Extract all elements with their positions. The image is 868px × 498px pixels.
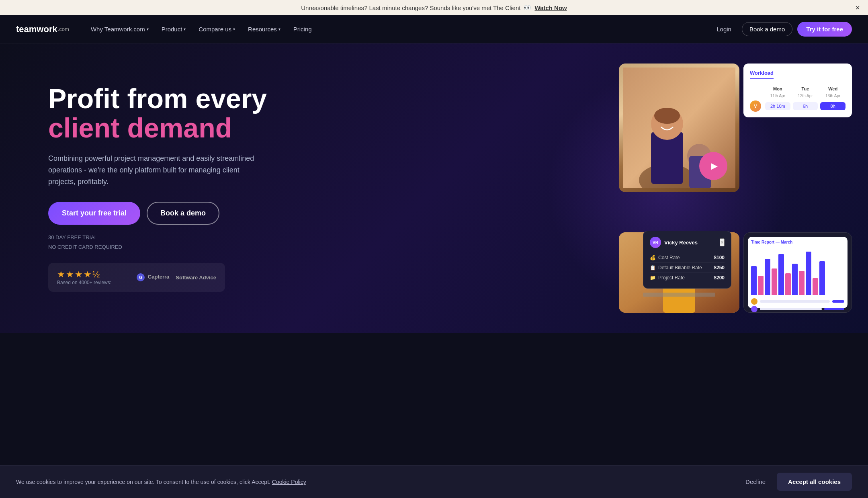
user-avatar-small bbox=[751, 298, 757, 305]
nav-resources[interactable]: Resources ▾ bbox=[242, 23, 286, 36]
nav-links: Why Teamwork.com ▾ Product ▾ Compare us … bbox=[85, 23, 711, 36]
hero-title-line1: Profit from every bbox=[48, 83, 267, 114]
chart-bar bbox=[785, 273, 791, 295]
workload-header: Workload bbox=[750, 70, 774, 79]
billable-rate-icon: 📋 bbox=[650, 265, 656, 271]
workload-time-tue: 6h bbox=[793, 102, 818, 110]
book-demo-nav-button[interactable]: Book a demo bbox=[742, 22, 792, 36]
logo-text: teamwork bbox=[16, 24, 57, 35]
chart-bar bbox=[819, 261, 825, 295]
cost-rate-icon: 💰 bbox=[650, 255, 656, 260]
user-avatar-small bbox=[751, 306, 757, 312]
capterra-logo: G Capterra bbox=[137, 273, 169, 281]
chart-bar bbox=[758, 276, 764, 295]
workload-day-mon: Mon bbox=[765, 86, 790, 91]
rating-logos: G Capterra Software Advice bbox=[137, 273, 216, 281]
workload-date-mon: 11th Apr bbox=[765, 94, 790, 98]
workload-date-tue: 12th Apr bbox=[793, 94, 818, 98]
chevron-down-icon: ▾ bbox=[233, 27, 235, 31]
workload-date-wed: 13th Apr bbox=[820, 94, 845, 98]
hero-subtitle: Combining powerful project management an… bbox=[48, 153, 265, 187]
project-rate-value: $200 bbox=[714, 275, 725, 281]
banner-close-button[interactable]: × bbox=[855, 3, 860, 12]
announcement-banner: Unreasonable timelines? Last minute chan… bbox=[0, 0, 868, 15]
chart-bar bbox=[778, 254, 784, 295]
hero-main-photo bbox=[619, 64, 739, 192]
banner-emoji: 👀 bbox=[524, 4, 531, 11]
dashboard-title: Time Report — March bbox=[751, 240, 844, 244]
chart-bar bbox=[751, 266, 757, 295]
workload-time-mon: 2h 10m bbox=[765, 102, 790, 110]
cost-rate-label: Cost Rate bbox=[658, 255, 680, 260]
watch-now-link[interactable]: Watch Now bbox=[534, 4, 567, 11]
chart-bar bbox=[765, 259, 770, 295]
nav-right: Login Book a demo Try it for free bbox=[711, 22, 852, 37]
nav-why-teamwork[interactable]: Why Teamwork.com ▾ bbox=[85, 23, 154, 36]
chart-bar bbox=[792, 264, 798, 295]
billable-rate-value: $250 bbox=[714, 265, 725, 271]
navbar: teamwork.com Why Teamwork.com ▾ Product … bbox=[0, 15, 868, 43]
billing-person-name: Vicky Reeves bbox=[664, 240, 698, 246]
logo-dotcom: .com bbox=[58, 26, 69, 32]
billable-rate-label: Default Billable Rate bbox=[658, 265, 702, 271]
trial-info: 30 DAY FREE TRIAL NO CREDIT CARD REQUIRE… bbox=[48, 233, 267, 252]
hero-images: Workload Mon Tue Wed 11th Apr 12th Apr 1… bbox=[619, 64, 852, 313]
billing-row-cost: 💰 Cost Rate $100 bbox=[650, 253, 725, 263]
nav-compare[interactable]: Compare us ▾ bbox=[193, 23, 241, 36]
chevron-down-icon: ▾ bbox=[147, 27, 149, 31]
svg-point-6 bbox=[654, 108, 680, 124]
workload-time-wed: 8h bbox=[820, 102, 845, 110]
billing-popup: VR Vicky Reeves × 💰 Cost Rate $100 📋 Def… bbox=[643, 231, 731, 289]
billing-row-billable: 📋 Default Billable Rate $250 bbox=[650, 263, 725, 273]
ratings-bar: ★★★★½ Based on 4000+ reviews: G Capterra… bbox=[48, 263, 225, 292]
svg-rect-16 bbox=[643, 293, 715, 297]
try-free-button[interactable]: Try it for free bbox=[797, 22, 852, 37]
chevron-down-icon: ▾ bbox=[278, 27, 280, 31]
rating-label: Based on 4000+ reviews: bbox=[57, 280, 111, 285]
trial-line2: NO CREDIT CARD REQUIRED bbox=[48, 242, 267, 252]
nav-pricing[interactable]: Pricing bbox=[288, 23, 317, 36]
hero-title-line2: client demand bbox=[48, 113, 267, 143]
logo[interactable]: teamwork.com bbox=[16, 24, 69, 35]
svg-text:G: G bbox=[139, 275, 142, 280]
dashboard-chart bbox=[751, 247, 844, 295]
workload-card: Workload Mon Tue Wed 11th Apr 12th Apr 1… bbox=[743, 64, 852, 117]
chart-bar bbox=[806, 252, 811, 295]
software-advice-logo: Software Advice bbox=[176, 275, 216, 281]
billing-person: VR Vicky Reeves bbox=[650, 237, 698, 248]
nav-product[interactable]: Product ▾ bbox=[156, 23, 192, 36]
hero-buttons: Start your free trial Book a demo bbox=[48, 202, 267, 225]
billing-row-project: 📁 Project Rate $200 bbox=[650, 273, 725, 283]
star-rating: ★★★★½ bbox=[57, 269, 111, 280]
trial-line1: 30 DAY FREE TRIAL bbox=[48, 233, 267, 242]
banner-text: Unreasonable timelines? Last minute chan… bbox=[301, 4, 520, 11]
workload-day-wed: Wed bbox=[820, 86, 845, 91]
hero-section: Profit from every client demand Combinin… bbox=[0, 43, 868, 333]
billing-close-button[interactable]: × bbox=[720, 238, 725, 246]
start-free-trial-button[interactable]: Start your free trial bbox=[48, 202, 140, 225]
book-demo-hero-button[interactable]: Book a demo bbox=[147, 202, 219, 225]
chart-bar bbox=[772, 268, 777, 295]
dashboard-user-row bbox=[751, 306, 844, 312]
dashboard-card: Time Report — March bbox=[743, 232, 852, 313]
cost-rate-value: $100 bbox=[714, 255, 725, 260]
login-button[interactable]: Login bbox=[711, 23, 737, 36]
workload-day-tue: Tue bbox=[793, 86, 818, 91]
play-button[interactable] bbox=[699, 152, 727, 180]
chart-bar bbox=[813, 278, 818, 295]
project-rate-label: Project Rate bbox=[658, 275, 685, 281]
billing-avatar: VR bbox=[650, 237, 661, 248]
project-rate-icon: 📁 bbox=[650, 275, 656, 281]
hero-content: Profit from every client demand Combinin… bbox=[48, 84, 267, 292]
chart-bar bbox=[799, 271, 805, 295]
workload-avatar: V bbox=[750, 100, 761, 112]
dashboard-user-row bbox=[751, 298, 844, 305]
chevron-down-icon: ▾ bbox=[184, 27, 186, 31]
capterra-icon: G bbox=[137, 273, 145, 281]
hero-title: Profit from every client demand bbox=[48, 84, 267, 143]
